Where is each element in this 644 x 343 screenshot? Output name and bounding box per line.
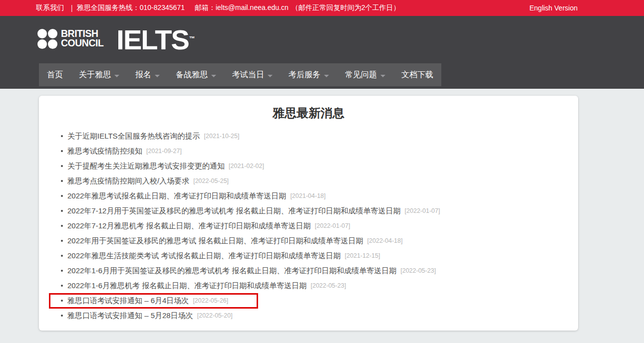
nav-item-downloads[interactable]: 文档下载 bbox=[393, 63, 441, 86]
topbar: 联系我们 | 雅思全国服务热线：010-82345671 邮箱：ielts@ma… bbox=[0, 0, 644, 16]
bullet-icon bbox=[61, 150, 63, 152]
news-link[interactable]: 2022年7-12月用于英国签证及移民的雅思考试机考 报名截止日期、准考证打印日… bbox=[67, 206, 401, 216]
news-date: [2022-05-23] bbox=[311, 282, 346, 289]
news-item: 2022年用于英国签证及移民的雅思考试 报名截止日期、准考证打印日期和成绩单寄送… bbox=[61, 233, 578, 248]
news-date: [2022-05-20] bbox=[197, 312, 233, 319]
chevron-down-icon bbox=[211, 75, 216, 77]
news-date: [2022-05-26] bbox=[193, 297, 228, 304]
news-item: 关于近期IELTS全国服务热线咨询的提示 [2021-10-25] bbox=[61, 129, 578, 144]
news-link[interactable]: 关于近期IELTS全国服务热线咨询的提示 bbox=[67, 132, 200, 141]
news-date: [2021-04-18] bbox=[290, 192, 325, 199]
news-item: 2022年1-6月雅思机考 报名截止日期、准考证打印日期和成绩单寄送日期 [20… bbox=[61, 278, 578, 293]
news-link[interactable]: 雅思考试疫情防控须知 bbox=[67, 147, 142, 156]
bullet-icon bbox=[61, 165, 63, 167]
news-item-highlighted: 雅思口语考试安排通知 – 6月4日场次 [2022-05-26] bbox=[61, 293, 578, 308]
chevron-down-icon bbox=[268, 75, 273, 77]
bullet-icon bbox=[61, 315, 63, 317]
page-background: 雅思最新消息 关于近期IELTS全国服务热线咨询的提示 [2021-10-25]… bbox=[0, 89, 644, 331]
ielts-wordmark: IELTS™ bbox=[116, 29, 195, 49]
topbar-divider: | bbox=[71, 4, 73, 12]
bullet-icon bbox=[61, 270, 63, 272]
british-council-wordmark: BRITISH COUNCIL bbox=[61, 29, 103, 48]
news-link[interactable]: 2022年用于英国签证及移民的雅思考试 报名截止日期、准考证打印日期和成绩单寄送… bbox=[67, 236, 363, 246]
bullet-icon bbox=[61, 240, 63, 242]
nav-item-register[interactable]: 报名 bbox=[127, 63, 168, 86]
nav-item-prepare[interactable]: 备战雅思 bbox=[168, 63, 224, 86]
bullet-icon bbox=[61, 135, 63, 137]
news-card: 雅思最新消息 关于近期IELTS全国服务热线咨询的提示 [2021-10-25]… bbox=[39, 96, 578, 331]
trademark-symbol: ™ bbox=[189, 35, 195, 42]
bullet-icon bbox=[61, 255, 63, 257]
news-link[interactable]: 雅思口语考试安排通知 – 5月28日场次 bbox=[67, 311, 193, 321]
chevron-down-icon bbox=[380, 75, 385, 77]
news-item: 2022年雅思考试报名截止日期、准考证打印日期和成绩单寄送日期 [2021-04… bbox=[61, 188, 578, 203]
news-date: [2021-10-25] bbox=[204, 133, 240, 140]
chevron-down-icon bbox=[324, 75, 329, 77]
news-item: 雅思口语考试安排通知 – 5月28日场次 [2022-05-20] bbox=[61, 308, 578, 323]
news-date: [2021-12-15] bbox=[345, 252, 380, 259]
news-item: 2022年7-12月用于英国签证及移民的雅思考试机考 报名截止日期、准考证打印日… bbox=[61, 203, 578, 218]
news-item: 2022年1-6月用于英国签证及移民的雅思考试机考 报名截止日期、准考证打印日期… bbox=[61, 263, 578, 278]
nav-item-faq[interactable]: 常见问题 bbox=[337, 63, 393, 86]
news-link[interactable]: 2022年1-6月雅思机考 报名截止日期、准考证打印日期和成绩单寄送日期 bbox=[67, 281, 307, 291]
news-item: 雅思考点疫情防控期间入校/入场要求 [2022-05-25] bbox=[61, 173, 578, 188]
news-link[interactable]: 2022年雅思生活技能类考试 考试报名截止日期、准考证打印日期和成绩单寄送日期 bbox=[67, 251, 341, 261]
main-nav: 首页 关于雅思 报名 备战雅思 考试当日 考后服务 常见问题 文档下载 bbox=[39, 63, 441, 86]
nav-item-after-test[interactable]: 考后服务 bbox=[281, 63, 337, 86]
bullet-icon bbox=[61, 285, 63, 287]
news-link[interactable]: 2022年雅思考试报名截止日期、准考证打印日期和成绩单寄送日期 bbox=[67, 191, 286, 201]
news-link[interactable]: 2022年1-6月用于英国签证及移民的雅思考试机考 报名截止日期、准考证打印日期… bbox=[67, 266, 396, 276]
news-link[interactable]: 2022年7-12月雅思机考 报名截止日期、准考证打印日期和成绩单寄送日期 bbox=[67, 221, 311, 231]
news-link[interactable]: 关于提醒考生关注近期雅思考试安排变更的通知 bbox=[67, 162, 225, 171]
chevron-down-icon bbox=[114, 75, 119, 77]
nav-item-home[interactable]: 首页 bbox=[39, 63, 71, 86]
reply-note: （邮件正常回复时间为2个工作日） bbox=[292, 3, 400, 12]
email-text: 邮箱：ielts@mail.neea.edu.cn bbox=[195, 3, 289, 12]
news-link[interactable]: 雅思考点疫情防控期间入校/入场要求 bbox=[67, 176, 189, 186]
bullet-icon bbox=[61, 210, 63, 212]
nav-item-about-ielts[interactable]: 关于雅思 bbox=[71, 63, 127, 86]
chevron-down-icon bbox=[155, 75, 160, 77]
british-council-dots-icon bbox=[37, 29, 57, 49]
news-date: [2022-05-25] bbox=[193, 177, 229, 184]
news-date: [2022-01-07] bbox=[315, 222, 350, 229]
bullet-icon bbox=[61, 225, 63, 227]
news-date: [2021-09-27] bbox=[146, 148, 182, 155]
bullet-icon bbox=[61, 180, 63, 182]
news-date: [2022-01-07] bbox=[405, 207, 440, 214]
contact-link[interactable]: 联系我们 bbox=[36, 3, 64, 12]
nav-item-test-day[interactable]: 考试当日 bbox=[224, 63, 281, 86]
news-date: [2021-02-02] bbox=[229, 163, 264, 170]
news-list: 关于近期IELTS全国服务热线咨询的提示 [2021-10-25] 雅思考试疫情… bbox=[39, 129, 578, 323]
news-item: 雅思考试疫情防控须知 [2021-09-27] bbox=[61, 144, 578, 159]
british-council-ielts-logo[interactable]: BRITISH COUNCIL IELTS™ bbox=[37, 28, 195, 49]
news-date: [2022-04-18] bbox=[367, 237, 403, 244]
news-date: [2022-05-23] bbox=[400, 267, 436, 274]
page-title: 雅思最新消息 bbox=[39, 96, 578, 122]
bullet-icon bbox=[61, 300, 63, 302]
news-link[interactable]: 雅思口语考试安排通知 – 6月4日场次 bbox=[67, 296, 189, 306]
site-header: BRITISH COUNCIL IELTS™ 首页 关于雅思 报名 备战雅思 考… bbox=[0, 16, 644, 89]
hotline-text: 雅思全国服务热线：010-82345671 bbox=[77, 3, 185, 12]
news-item: 关于提醒考生关注近期雅思考试安排变更的通知 [2021-02-02] bbox=[61, 159, 578, 173]
english-version-link[interactable]: English Version bbox=[529, 4, 578, 12]
bullet-icon bbox=[61, 195, 63, 197]
news-item: 2022年7-12月雅思机考 报名截止日期、准考证打印日期和成绩单寄送日期 [2… bbox=[61, 218, 578, 233]
news-item: 2022年雅思生活技能类考试 考试报名截止日期、准考证打印日期和成绩单寄送日期 … bbox=[61, 248, 578, 263]
